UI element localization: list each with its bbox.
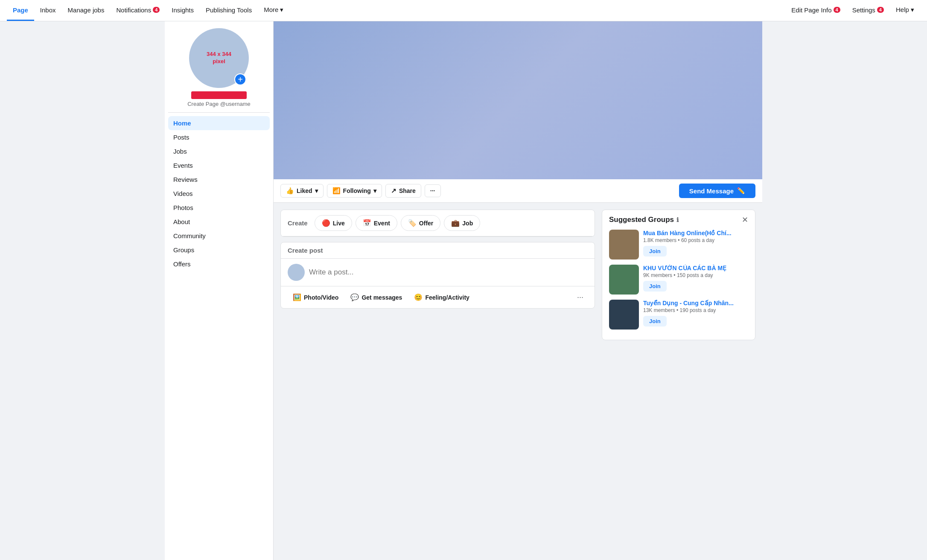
create-post-box: Create post 🖼️Photo/Video💬Get messages😊F… <box>280 242 595 309</box>
group-name-group1[interactable]: Mua Bán Hàng Online(Hồ Chí... <box>643 230 748 236</box>
group-info-group2: KHU VƯỜN CỦA CÁC BÀ MẸ 9K members • 150 … <box>643 265 748 292</box>
get-messages-label: Get messages <box>361 294 402 301</box>
sidebar-item-groups[interactable]: Groups <box>168 243 270 257</box>
group-img-placeholder-group2 <box>609 265 639 295</box>
page-layout: 344 x 344 pixel + Create Page @username … <box>165 21 762 560</box>
liked-button[interactable]: 👍 Liked ▾ <box>280 184 324 198</box>
sidebar-item-home[interactable]: Home <box>168 116 270 130</box>
nav-badge-edit-page-info: 4 <box>834 7 840 13</box>
avatar-wrap: 344 x 344 pixel + <box>189 28 249 88</box>
nav-badge-notifications: 4 <box>153 7 160 13</box>
send-message-button[interactable]: Send Message ✏️ <box>679 184 755 198</box>
feed-column: Create 🔴Live📅Event🏷️Offer💼Job Create pos… <box>280 210 595 309</box>
photo-video-label: Photo/Video <box>304 294 338 301</box>
post-action-feeling-activity[interactable]: 😊Feeling/Activity <box>409 290 474 305</box>
nav-item-page[interactable]: Page <box>7 0 34 21</box>
nav-badge-settings: 4 <box>877 7 884 13</box>
join-group-button-group2[interactable]: Join <box>643 281 667 292</box>
suggested-groups-header: Suggested Groups ℹ ✕ <box>609 215 748 225</box>
post-input[interactable] <box>309 268 588 277</box>
sidebar-item-events[interactable]: Events <box>168 158 270 172</box>
following-button[interactable]: 📶 Following ▾ <box>327 184 382 198</box>
cover-overlay <box>274 21 762 179</box>
suggested-groups-title-row: Suggested Groups ℹ <box>609 216 679 224</box>
tool-btn-live[interactable]: 🔴Live <box>315 215 352 231</box>
tool-btn-event[interactable]: 📅Event <box>356 215 397 231</box>
create-post-header: Create post <box>281 242 595 259</box>
profile-username[interactable]: Create Page @username <box>168 101 270 107</box>
job-icon: 💼 <box>451 219 460 227</box>
nav-item-insights[interactable]: Insights <box>166 0 200 21</box>
nav-item-manage-jobs[interactable]: Manage jobs <box>62 0 111 21</box>
live-icon: 🔴 <box>322 219 330 227</box>
action-buttons-left: 👍 Liked ▾ 📶 Following ▾ ↗ Share ··· <box>280 184 441 198</box>
feeling-activity-icon: 😊 <box>414 293 423 301</box>
post-action-get-messages[interactable]: 💬Get messages <box>345 290 407 305</box>
right-column: Suggested Groups ℹ ✕ Mua Bán Hàng Online… <box>602 210 755 340</box>
profile-name-placeholder <box>191 91 247 99</box>
nav-item-help[interactable]: Help ▾ <box>890 0 920 21</box>
nav-item-publishing-tools[interactable]: Publishing Tools <box>200 0 258 21</box>
join-group-button-group1[interactable]: Join <box>643 246 667 257</box>
join-group-button-group3[interactable]: Join <box>643 316 667 327</box>
more-actions-button[interactable]: ··· <box>425 184 441 197</box>
group-info-group3: Tuyển Dụng - Cung Cấp Nhân... 13K member… <box>643 300 748 327</box>
following-icon: 📶 <box>332 187 341 195</box>
group-image-group2 <box>609 265 639 295</box>
add-profile-photo-button[interactable]: + <box>234 73 246 85</box>
nav-item-inbox[interactable]: Inbox <box>34 0 62 21</box>
create-post-input-row <box>281 259 595 286</box>
share-button[interactable]: ↗ Share <box>385 184 421 198</box>
live-label: Live <box>333 220 345 227</box>
nav-item-settings[interactable]: Settings4 <box>846 0 890 21</box>
thumbs-up-icon: 👍 <box>286 187 294 195</box>
nav-item-edit-page-info[interactable]: Edit Page Info4 <box>785 0 846 21</box>
sidebar-nav: HomePostsJobsEventsReviewsVideosPhotosAb… <box>168 116 270 271</box>
sidebar-item-posts[interactable]: Posts <box>168 130 270 144</box>
info-icon[interactable]: ℹ <box>676 216 679 223</box>
nav-item-more[interactable]: More ▾ <box>258 0 289 21</box>
sidebar-item-about[interactable]: About <box>168 215 270 229</box>
main-content: Ảnh: 820 x 360 pixel Video: 820 x 462 pi… <box>274 21 762 560</box>
group-name-group2[interactable]: KHU VƯỜN CỦA CÁC BÀ MẸ <box>643 265 748 271</box>
tool-btn-job[interactable]: 💼Job <box>444 215 480 231</box>
sidebar-item-photos[interactable]: Photos <box>168 201 270 215</box>
group-image-group3 <box>609 300 639 330</box>
suggested-groups-list: Mua Bán Hàng Online(Hồ Chí... 1.8K membe… <box>609 230 748 330</box>
suggested-groups-panel: Suggested Groups ℹ ✕ Mua Bán Hàng Online… <box>602 210 755 340</box>
post-actions: 🖼️Photo/Video💬Get messages😊Feeling/Activ… <box>281 286 595 308</box>
post-actions-more-button[interactable]: ··· <box>573 290 588 304</box>
group-name-group3[interactable]: Tuyển Dụng - Cung Cấp Nhân... <box>643 300 748 306</box>
nav-left: PageInboxManage jobsNotifications4Insigh… <box>7 0 289 21</box>
nav-item-notifications[interactable]: Notifications4 <box>110 0 166 21</box>
group-meta-group2: 9K members • 150 posts a day <box>643 272 748 278</box>
sidebar-item-community[interactable]: Community <box>168 229 270 243</box>
event-icon: 📅 <box>363 219 371 227</box>
following-chevron-icon: ▾ <box>373 187 376 194</box>
sidebar-item-videos[interactable]: Videos <box>168 187 270 201</box>
close-suggested-groups-button[interactable]: ✕ <box>742 215 748 225</box>
post-avatar <box>288 264 305 281</box>
group-img-placeholder-group3 <box>609 300 639 330</box>
sidebar-item-offers[interactable]: Offers <box>168 257 270 271</box>
job-label: Job <box>462 220 473 227</box>
liked-chevron-icon: ▾ <box>315 187 318 194</box>
create-tools-header: Create 🔴Live📅Event🏷️Offer💼Job <box>281 210 595 236</box>
event-label: Event <box>374 220 390 227</box>
cover-area: Ảnh: 820 x 360 pixel Video: 820 x 462 pi… <box>274 21 762 179</box>
sidebar-item-reviews[interactable]: Reviews <box>168 172 270 187</box>
suggested-group-group1: Mua Bán Hàng Online(Hồ Chí... 1.8K membe… <box>609 230 748 260</box>
get-messages-icon: 💬 <box>350 293 359 301</box>
photo-video-icon: 🖼️ <box>293 293 301 301</box>
group-info-group1: Mua Bán Hàng Online(Hồ Chí... 1.8K membe… <box>643 230 748 257</box>
following-label: Following <box>343 187 371 194</box>
tool-btn-offer[interactable]: 🏷️Offer <box>401 215 440 231</box>
share-icon: ↗ <box>391 187 396 195</box>
sidebar-item-jobs[interactable]: Jobs <box>168 144 270 158</box>
share-label: Share <box>399 187 416 194</box>
suggested-group-group2: KHU VƯỜN CỦA CÁC BÀ MẸ 9K members • 150 … <box>609 265 748 295</box>
post-action-photo-video[interactable]: 🖼️Photo/Video <box>288 290 344 305</box>
create-tools-panel: Create 🔴Live📅Event🏷️Offer💼Job <box>280 210 595 237</box>
feeling-activity-label: Feeling/Activity <box>425 294 469 301</box>
group-img-placeholder-group1 <box>609 230 639 260</box>
